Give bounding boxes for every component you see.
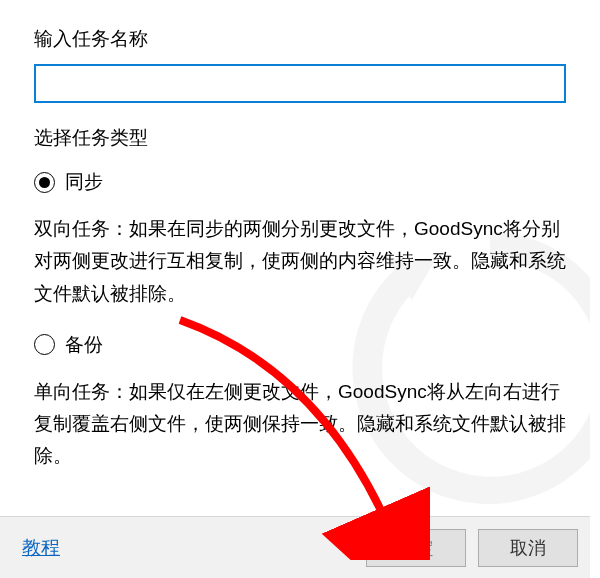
ok-button[interactable]: 确定 [366,529,466,567]
tutorial-link[interactable]: 教程 [22,535,60,561]
sync-description: 双向任务：如果在同步的两侧分别更改文件，GoodSync将分别对两侧更改进行互相… [34,213,566,310]
task-type-label: 选择任务类型 [34,125,566,151]
right-crop-mask [590,0,600,578]
radio-icon [34,172,55,193]
dialog-footer: 教程 确定 取消 [0,516,600,578]
radio-icon [34,334,55,355]
radio-option-backup[interactable]: 备份 [34,332,566,358]
new-task-dialog: 输入任务名称 选择任务类型 同步 双向任务：如果在同步的两侧分别更改文件，Goo… [0,0,600,578]
task-name-label: 输入任务名称 [34,26,566,52]
radio-label-sync: 同步 [65,169,103,195]
task-name-input[interactable] [34,64,566,103]
radio-dot-icon [39,177,50,188]
cancel-button[interactable]: 取消 [478,529,578,567]
backup-description: 单向任务：如果仅在左侧更改文件，GoodSync将从左向右进行复制覆盖右侧文件，… [34,376,566,473]
radio-label-backup: 备份 [65,332,103,358]
radio-option-sync[interactable]: 同步 [34,169,566,195]
